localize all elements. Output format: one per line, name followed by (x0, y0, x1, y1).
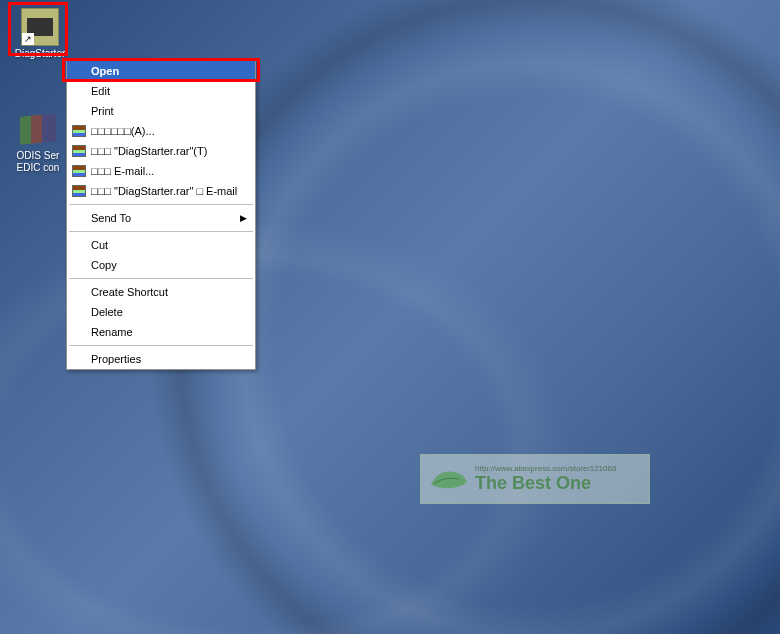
menu-item[interactable]: □□□ E-mail... (67, 161, 255, 181)
watermark-brand: The Best One (475, 473, 616, 494)
menu-item-label: □□□□□□(A)... (91, 125, 155, 137)
blank-icon (71, 64, 87, 78)
menu-item[interactable]: Delete (67, 302, 255, 322)
menu-item-label: Print (91, 105, 114, 117)
rar-icon (71, 164, 87, 178)
menu-item[interactable]: □□□□□□(A)... (67, 121, 255, 141)
submenu-arrow-icon: ▶ (240, 213, 247, 223)
menu-item[interactable]: Create Shortcut (67, 282, 255, 302)
menu-item-label: Rename (91, 326, 133, 338)
shortcut-arrow-icon: ↗ (22, 33, 34, 45)
blank-icon (71, 285, 87, 299)
menu-item-label: Cut (91, 239, 108, 251)
odis-icon (19, 110, 57, 148)
menu-item-label: Create Shortcut (91, 286, 168, 298)
menu-separator (69, 204, 253, 205)
menu-item[interactable]: Edit (67, 81, 255, 101)
rar-icon (71, 144, 87, 158)
menu-separator (69, 278, 253, 279)
menu-item[interactable]: Send To▶ (67, 208, 255, 228)
rar-icon (71, 124, 87, 138)
menu-separator (69, 345, 253, 346)
menu-item[interactable]: Open (67, 61, 255, 81)
menu-separator (69, 231, 253, 232)
menu-item-label: Send To (91, 212, 131, 224)
context-menu: OpenEditPrint□□□□□□(A)...□□□ "DiagStarte… (66, 60, 256, 370)
menu-item-label: □□□ "DiagStarter.rar"(T) (91, 145, 207, 157)
watermark-url: http://www.aliexpress.com/store/121068 (475, 464, 616, 473)
rar-icon (71, 184, 87, 198)
menu-item-label: Properties (91, 353, 141, 365)
menu-item-label: □□□ E-mail... (91, 165, 154, 177)
blank-icon (71, 258, 87, 272)
menu-item-label: □□□ "DiagStarter.rar" □ E-mail (91, 185, 237, 197)
menu-item-label: Open (91, 65, 119, 77)
watermark-badge: http://www.aliexpress.com/store/121068 T… (420, 454, 650, 504)
menu-item[interactable]: □□□ "DiagStarter.rar" □ E-mail (67, 181, 255, 201)
menu-item[interactable]: Cut (67, 235, 255, 255)
desktop-icon-odis[interactable]: ODIS Ser EDIC con (12, 110, 64, 174)
diagstarter-icon: ↗ (21, 8, 59, 46)
blank-icon (71, 238, 87, 252)
blank-icon (71, 104, 87, 118)
desktop-icon-label: DiagStarter (14, 48, 66, 60)
leaf-icon (429, 464, 469, 494)
menu-item-label: Delete (91, 306, 123, 318)
menu-item-label: Copy (91, 259, 117, 271)
desktop-icon-label: ODIS Ser EDIC con (12, 150, 64, 174)
blank-icon (71, 352, 87, 366)
menu-item-label: Edit (91, 85, 110, 97)
blank-icon (71, 84, 87, 98)
menu-item[interactable]: □□□ "DiagStarter.rar"(T) (67, 141, 255, 161)
desktop-icon-diagstarter[interactable]: ↗ DiagStarter (14, 8, 66, 60)
blank-icon (71, 211, 87, 225)
blank-icon (71, 325, 87, 339)
menu-item[interactable]: Rename (67, 322, 255, 342)
menu-item[interactable]: Copy (67, 255, 255, 275)
menu-item[interactable]: Print (67, 101, 255, 121)
menu-item[interactable]: Properties (67, 349, 255, 369)
blank-icon (71, 305, 87, 319)
